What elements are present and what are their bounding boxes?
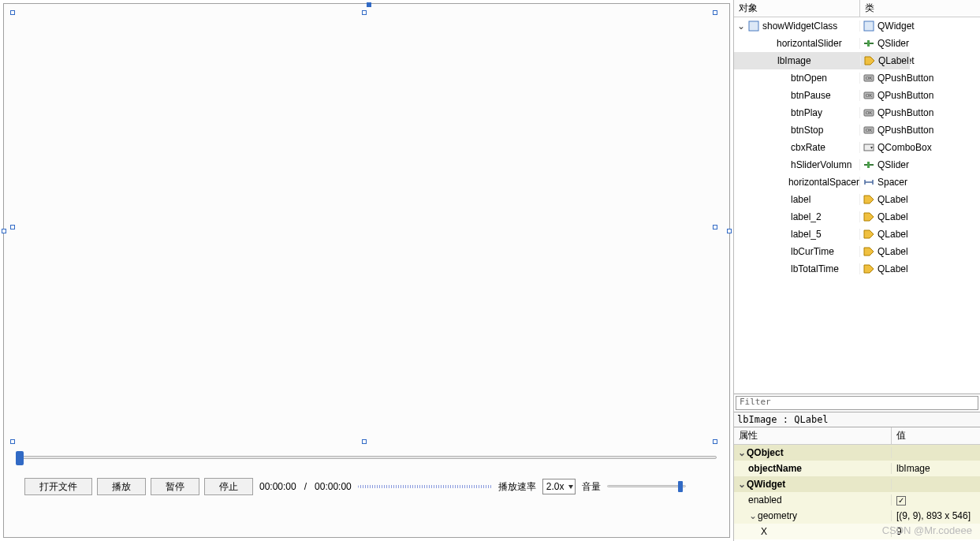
horizontal-slider[interactable] [13,450,723,465]
rate-label: 播放速率 [497,480,538,494]
tree-row-label_5[interactable]: label_5QLabel [734,226,980,243]
prop-name: X [761,526,767,537]
blank-icon [762,38,773,49]
volume-slider[interactable] [607,481,686,492]
tree-row-label[interactable]: labelQLabel [734,191,980,208]
col-value[interactable]: 值 [892,427,980,444]
col-prop[interactable]: 属性 [734,427,892,444]
designer-panel: 打开文件 播放 暂停 停止 00:00:00 / 00:00:00 播放速率 2… [0,0,733,541]
pause-button[interactable]: 暂停 [151,478,199,495]
selection-title: lbImage : QLabel [734,412,980,427]
tree-row-lbTotalTime[interactable]: lbTotalTimeQLabel [734,260,980,278]
label-icon [863,263,874,274]
class-name: QLabel [878,263,908,274]
col-object[interactable]: 对象 [734,0,860,17]
sel-handle[interactable] [362,10,367,15]
open-file-button[interactable]: 打开文件 [24,478,92,495]
tree-row-hSliderVolumn[interactable]: hSliderVolumnQSlider [734,156,980,173]
sel-handle[interactable] [713,439,717,444]
property-editor[interactable]: Filter lbImage : QLabel 属性 值 ⌄QObjectobj… [734,394,980,541]
prop-name: objectName [748,463,802,474]
class-name: QComboBox [878,142,932,153]
form-canvas[interactable]: 打开文件 播放 暂停 停止 00:00:00 / 00:00:00 播放速率 2… [3,3,730,538]
object-name: showWidgetClass [762,21,837,32]
class-name: QLabel [878,194,908,205]
filter-input[interactable]: Filter [736,396,978,410]
object-name: label_2 [791,211,822,222]
tree-row-label_2[interactable]: label_2QLabel [734,208,980,226]
prop-group-QObject[interactable]: ⌄QObject [734,445,980,461]
object-name: lbTotalTime [791,263,839,274]
blank-icon [777,246,788,257]
sel-handle[interactable] [10,225,15,229]
sel-handle[interactable] [10,10,15,15]
tree-row-cbxRate[interactable]: cbxRateQComboBox [734,139,980,156]
blank-icon [777,229,788,240]
chevron-down-icon[interactable]: ⌄ [748,510,758,521]
object-name: horizontalSlider [777,38,842,49]
tree-row-horizontalSpacer[interactable]: horizontalSpacerSpacer [734,173,980,191]
class-name: QLabel [878,55,909,66]
tree-row-btnPause[interactable]: btnPauseOKQPushButton [734,87,980,104]
sel-handle[interactable] [10,439,15,444]
tree-row-lbCurTime[interactable]: lbCurTimeQLabel [734,243,980,260]
object-name: label_5 [791,229,822,240]
class-name: QLabel [878,211,908,222]
svg-rect-3 [867,40,870,47]
prop-row-objectName[interactable]: objectNamelbImage [734,461,980,476]
slider-thumb[interactable] [16,451,24,465]
tree-row-lbImage[interactable]: lbImageQLabel [734,52,910,69]
sel-handle[interactable] [362,439,367,444]
object-name: label [791,194,810,205]
label-icon [863,194,874,205]
class-name: QLabel [878,229,908,240]
tree-toggle-icon[interactable]: ⌄ [737,21,745,32]
tree-row-btnStop[interactable]: btnStopOKQPushButton [734,121,980,139]
blank-icon [777,142,788,153]
svg-rect-0 [749,21,758,31]
prop-row-X[interactable]: X9 [734,524,980,539]
stop-button[interactable]: 停止 [204,478,253,495]
button-icon: OK [863,90,874,101]
resize-handle-left[interactable] [2,229,6,233]
lb-image-selection[interactable] [12,12,716,442]
chevron-down-icon[interactable]: ⌄ [737,447,747,458]
prop-value[interactable]: 9 [896,526,902,537]
prop-row-enabled[interactable]: enabled✓ [734,492,980,508]
tree-row-btnPlay[interactable]: btnPlayOKQPushButton [734,104,980,121]
object-inspector[interactable]: 对象 类 ⌄showWidgetClassQWidgethorizontalSl… [734,0,980,394]
blank-icon [777,194,788,205]
chevron-down-icon[interactable]: ⌄ [737,479,747,490]
sel-handle[interactable] [713,10,717,15]
volume-label: 音量 [580,480,602,494]
blank-icon [777,211,788,222]
class-name: QSlider [878,38,909,49]
class-name: Spacer [878,177,907,188]
blank-icon [777,73,788,84]
tree-row-showWidgetClass[interactable]: ⌄showWidgetClassQWidget [734,17,980,35]
sel-handle[interactable] [713,225,717,229]
horizontal-spacer [358,481,492,492]
object-name: lbCurTime [791,246,834,257]
prop-value[interactable]: [(9, 9), 893 x 546] [892,510,980,521]
class-name: QPushButton [878,90,933,101]
object-name: btnStop [791,125,823,136]
group-label: QWidget [747,479,785,490]
col-class[interactable]: 类 [860,0,980,17]
tree-row-horizontalSlider[interactable]: horizontalSliderQSlider [734,35,980,52]
prop-value[interactable]: lbImage [896,463,930,474]
class-name: QPushButton [878,73,933,84]
class-name: QPushButton [878,125,933,136]
resize-handle-right[interactable] [727,229,732,233]
prop-group-QWidget[interactable]: ⌄QWidget [734,476,980,492]
rate-combo[interactable]: 2.0x [542,479,576,494]
button-icon: OK [863,107,874,118]
prop-row-geometry[interactable]: ⌄geometry[(9, 9), 893 x 546] [734,508,980,524]
checkbox-icon[interactable]: ✓ [896,496,906,506]
resize-handle-top[interactable] [367,2,371,7]
play-button[interactable]: 播放 [97,478,146,495]
volume-thumb[interactable] [678,481,683,492]
object-inspector-header: 对象 类 [734,0,980,17]
tree-row-btnOpen[interactable]: btnOpenOKQPushButton [734,69,980,87]
widget-icon [863,21,874,32]
